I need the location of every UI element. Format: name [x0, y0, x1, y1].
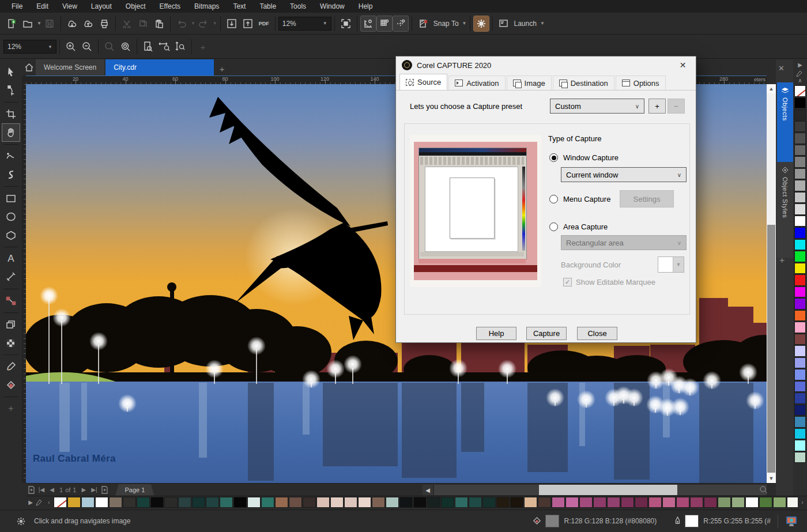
rectangle-tool[interactable]	[2, 190, 20, 207]
bottom-palette-flyout-arrow[interactable]: ▶	[26, 499, 35, 505]
color-swatch[interactable]	[316, 497, 330, 508]
color-swatch[interactable]	[794, 216, 806, 227]
show-marquee-label[interactable]: Show Editable Marquee	[576, 278, 655, 286]
color-swatch[interactable]	[150, 497, 164, 508]
color-swatch[interactable]	[794, 322, 806, 333]
shape-tool[interactable]	[2, 82, 20, 99]
connector-tool[interactable]	[2, 292, 20, 310]
color-swatch[interactable]	[794, 452, 806, 463]
color-swatch[interactable]	[137, 497, 150, 508]
eyedropper-tool[interactable]	[2, 358, 20, 375]
color-swatch[interactable]	[469, 497, 482, 508]
transparency-tool[interactable]	[2, 334, 20, 352]
color-swatch[interactable]	[81, 497, 95, 508]
color-swatch[interactable]	[510, 497, 523, 508]
paste-button[interactable]	[152, 16, 167, 31]
menu-file[interactable]: File	[5, 0, 29, 13]
redo-button[interactable]	[196, 16, 211, 31]
color-swatch[interactable]	[794, 133, 806, 144]
color-swatch[interactable]	[794, 298, 806, 310]
color-swatch[interactable]	[593, 497, 606, 508]
zoom-to-page-width-button[interactable]	[157, 39, 172, 54]
open-button[interactable]	[20, 16, 35, 31]
redo-dropdown-arrow[interactable]: ▼	[213, 21, 217, 26]
color-swatch[interactable]	[794, 393, 806, 404]
zoom-level-combo-2[interactable]: 12%▼	[3, 40, 56, 54]
palette-eyedropper-icon[interactable]	[795, 70, 805, 77]
color-swatch[interactable]	[552, 497, 565, 508]
color-swatch[interactable]	[565, 497, 579, 508]
import-button[interactable]	[224, 16, 239, 31]
color-swatch[interactable]	[635, 497, 648, 508]
freehand-tool[interactable]	[2, 148, 20, 165]
color-swatch[interactable]	[441, 497, 454, 508]
color-swatch[interactable]	[496, 497, 510, 508]
color-swatch[interactable]	[358, 497, 371, 508]
undo-dropdown-arrow[interactable]: ▼	[191, 21, 195, 26]
dialog-tab-destination[interactable]: Destination	[553, 76, 614, 90]
menu-capture-radio[interactable]	[549, 195, 558, 203]
fullscreen-preview-button[interactable]	[338, 16, 353, 31]
no-color-swatch[interactable]	[794, 85, 806, 97]
menu-view[interactable]: View	[55, 0, 84, 13]
color-swatch[interactable]	[794, 145, 806, 156]
tab-welcome-screen[interactable]: Welcome Screen	[36, 59, 104, 76]
window-capture-combo[interactable]: Current window∨	[561, 167, 687, 182]
area-capture-combo[interactable]: Rectangular area∨	[561, 235, 687, 250]
docker-tab-object-styles[interactable]: Object Styles	[777, 162, 793, 258]
ellipse-tool[interactable]	[2, 208, 20, 225]
color-swatch[interactable]	[399, 497, 413, 508]
color-swatch[interactable]	[794, 97, 806, 109]
color-swatch[interactable]	[579, 497, 593, 508]
color-swatch[interactable]	[731, 497, 745, 508]
status-gear-icon[interactable]	[16, 516, 26, 526]
scroll-down-arrow[interactable]: ▼	[767, 474, 776, 483]
docker-tab-objects[interactable]: Objects	[777, 82, 793, 167]
new-document-button[interactable]	[4, 16, 19, 31]
color-swatch[interactable]	[607, 497, 620, 508]
scroll-up-arrow[interactable]: ▲	[767, 84, 776, 93]
drop-shadow-tool[interactable]	[2, 316, 20, 333]
menu-tools[interactable]: Tools	[283, 0, 313, 13]
add-tool-plus-button[interactable]: +	[2, 400, 20, 417]
show-marquee-checkbox[interactable]: ✓	[563, 278, 572, 286]
home-icon[interactable]	[22, 59, 36, 76]
zoom-to-page-button[interactable]	[141, 39, 156, 54]
hscroll-left-arrow[interactable]: ◀	[423, 485, 433, 495]
no-color-swatch[interactable]	[54, 497, 67, 508]
window-capture-label[interactable]: Window Capture	[563, 153, 619, 162]
color-swatch[interactable]	[704, 497, 717, 508]
menu-edit[interactable]: Edit	[29, 0, 55, 13]
color-swatch[interactable]	[330, 497, 344, 508]
artistic-media-tool[interactable]	[2, 166, 20, 183]
menu-text[interactable]: Text	[226, 0, 252, 13]
color-swatch[interactable]	[247, 497, 261, 508]
bottom-palette-eyedropper-icon[interactable]	[35, 499, 44, 506]
zoom-level-combo[interactable]: 12%▼	[278, 17, 331, 31]
add-preset-button[interactable]: +	[648, 99, 666, 114]
color-swatch[interactable]	[621, 497, 634, 508]
dialog-tab-source[interactable]: Source	[399, 74, 447, 90]
options-gear-button[interactable]	[474, 16, 489, 31]
dialog-tab-image[interactable]: Image	[507, 76, 552, 90]
color-swatch[interactable]	[794, 286, 806, 298]
open-dropdown-arrow[interactable]: ▼	[37, 21, 42, 26]
bottom-palette-scroll-right[interactable]: ›	[798, 499, 807, 505]
close-button[interactable]: Close	[577, 327, 617, 340]
bottom-palette-scroll-left[interactable]: ‹	[44, 499, 54, 505]
palette-flyout-arrow[interactable]: ▶	[795, 62, 805, 68]
color-swatch[interactable]	[164, 497, 178, 508]
color-swatch[interactable]	[261, 497, 274, 508]
polygon-tool[interactable]	[2, 227, 20, 244]
crop-tool[interactable]	[2, 105, 20, 123]
menu-help[interactable]: Help	[352, 0, 380, 13]
color-swatch[interactable]	[372, 497, 385, 508]
color-swatch[interactable]	[794, 357, 806, 369]
color-swatch[interactable]	[759, 497, 772, 508]
color-swatch[interactable]	[109, 497, 122, 508]
remove-preset-button[interactable]: −	[668, 99, 685, 114]
vertical-scroll-thumb[interactable]	[767, 225, 775, 473]
vertical-scrollbar[interactable]: ▲ ▼	[767, 84, 776, 483]
color-swatch[interactable]	[794, 405, 806, 416]
color-swatch[interactable]	[794, 109, 806, 120]
